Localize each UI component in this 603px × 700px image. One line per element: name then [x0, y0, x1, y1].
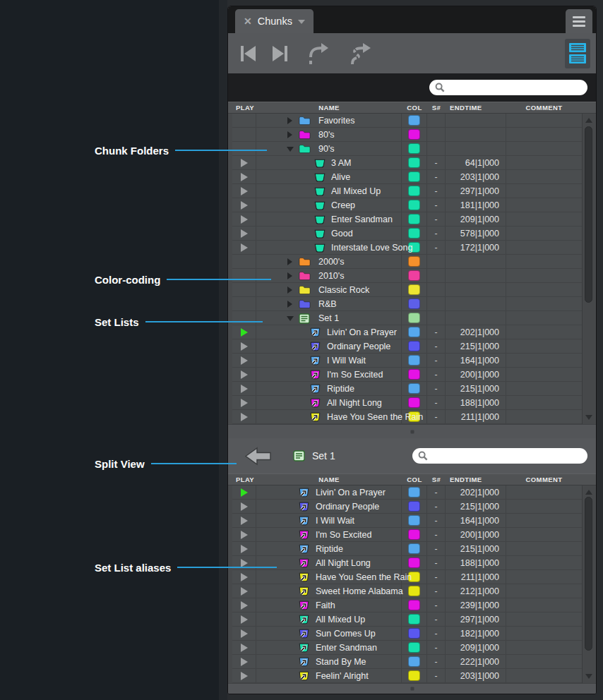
table-row[interactable]: Sun Comes Up-182|1|000	[232, 627, 582, 641]
color-cell[interactable]	[402, 368, 427, 381]
play-cell[interactable]	[232, 156, 256, 169]
table-row[interactable]: I'm So Excited-200|1|000	[232, 528, 582, 542]
color-swatch[interactable]	[408, 515, 420, 526]
color-swatch[interactable]	[408, 557, 420, 568]
divider-handle-icon[interactable]	[410, 687, 414, 691]
comment-cell[interactable]	[506, 297, 582, 310]
color-cell[interactable]	[402, 297, 427, 310]
table-row[interactable]: All Mixed Up-297|1|000	[232, 612, 582, 627]
comment-cell[interactable]	[506, 128, 582, 141]
color-swatch[interactable]	[408, 341, 420, 351]
table-row[interactable]: Interstate Love Song-172|1|000	[232, 241, 582, 255]
chunks-tab[interactable]: ✕ Chunks	[235, 9, 314, 33]
color-cell[interactable]	[402, 485, 427, 499]
table-row[interactable]: Good-578|1|000	[232, 227, 582, 241]
comment-cell[interactable]	[506, 368, 582, 381]
color-cell[interactable]	[402, 382, 427, 395]
color-swatch[interactable]	[408, 186, 420, 196]
play-icon[interactable]	[241, 545, 248, 553]
chevron-down-icon[interactable]	[298, 20, 305, 24]
color-cell[interactable]	[402, 311, 427, 325]
comment-cell[interactable]	[506, 255, 582, 268]
color-swatch[interactable]	[408, 143, 420, 154]
name-cell[interactable]: Ordinary People	[256, 339, 402, 353]
comment-cell[interactable]	[506, 584, 582, 598]
color-swatch[interactable]	[408, 656, 420, 667]
table-row[interactable]: Livin’ On a Prayer-202|1|000	[232, 485, 582, 500]
disclosure-closed-icon[interactable]	[287, 117, 292, 124]
color-swatch[interactable]	[408, 369, 420, 380]
name-cell[interactable]: Riptide	[256, 382, 402, 395]
name-cell[interactable]: Alive	[256, 170, 402, 183]
column-header-endtime[interactable]: ENDTIME	[446, 474, 506, 485]
color-cell[interactable]	[402, 184, 427, 198]
name-cell[interactable]: Set 1	[256, 311, 402, 325]
back-arrow-icon[interactable]	[245, 447, 272, 466]
play-icon[interactable]	[241, 672, 248, 680]
play-icon[interactable]	[241, 399, 248, 407]
name-cell[interactable]: All Mixed Up	[256, 612, 402, 626]
play-icon[interactable]	[241, 356, 248, 365]
name-cell[interactable]: I'm So Excited	[256, 368, 402, 381]
color-cell[interactable]	[402, 269, 427, 282]
scrollbar-thumb[interactable]	[585, 126, 592, 303]
column-header-play[interactable]: PLAY	[232, 102, 256, 113]
disclosure-closed-icon[interactable]	[287, 272, 292, 279]
color-swatch[interactable]	[408, 383, 420, 394]
scroll-down-icon[interactable]	[585, 415, 592, 420]
disclosure-closed-icon[interactable]	[287, 301, 292, 308]
top-search-input[interactable]	[448, 83, 582, 92]
play-cell[interactable]	[232, 212, 256, 226]
table-row[interactable]: Favorites	[232, 114, 582, 128]
comment-cell[interactable]	[506, 114, 582, 127]
color-swatch[interactable]	[408, 642, 420, 653]
table-row[interactable]: Riptide-215|1|000	[232, 542, 582, 556]
color-cell[interactable]	[402, 128, 427, 141]
bottom-table-scrollbar[interactable]	[582, 485, 595, 683]
column-header-play[interactable]: PLAY	[232, 474, 256, 485]
play-icon[interactable]	[241, 201, 248, 210]
play-cell[interactable]	[232, 382, 256, 395]
comment-cell[interactable]	[506, 325, 582, 339]
column-header-name[interactable]: NAME	[256, 474, 402, 485]
top-table-scrollbar[interactable]	[582, 114, 595, 424]
comment-cell[interactable]	[506, 500, 582, 513]
play-cell[interactable]	[232, 485, 256, 499]
play-icon[interactable]	[241, 629, 248, 638]
table-row[interactable]: Ordinary People-215|1|000	[232, 339, 582, 354]
table-row[interactable]: Have You Seen the Rain-211|1|000	[232, 410, 582, 424]
comment-cell[interactable]	[506, 382, 582, 395]
name-cell[interactable]: Livin’ On a Prayer	[256, 325, 402, 339]
play-icon[interactable]	[241, 229, 248, 238]
play-cell[interactable]	[232, 396, 256, 409]
comment-cell[interactable]	[506, 396, 582, 409]
play-cell[interactable]	[232, 500, 256, 513]
color-cell[interactable]	[402, 227, 427, 240]
play-icon[interactable]	[241, 502, 248, 511]
color-cell[interactable]	[402, 198, 427, 212]
comment-cell[interactable]	[506, 627, 582, 640]
color-cell[interactable]	[402, 170, 427, 183]
name-cell[interactable]: 80's	[256, 128, 402, 141]
color-cell[interactable]	[402, 514, 427, 527]
play-icon[interactable]	[241, 159, 248, 167]
play-icon[interactable]	[241, 644, 248, 652]
column-header-seq[interactable]: S#	[427, 102, 446, 113]
split-divider[interactable]	[228, 424, 596, 438]
play-icon[interactable]	[241, 517, 248, 525]
table-row[interactable]: Faith-239|1|000	[232, 598, 582, 612]
table-row[interactable]: I'm So Excited-200|1|000	[232, 368, 582, 382]
color-swatch[interactable]	[408, 529, 420, 540]
name-cell[interactable]: 3 AM	[256, 156, 402, 169]
chain-to-next-chunk-button[interactable]	[304, 42, 330, 66]
play-cell[interactable]	[232, 627, 256, 640]
name-cell[interactable]: Enter Sandman	[256, 641, 402, 654]
table-row[interactable]: Enter Sandman-209|1|000	[232, 212, 582, 227]
play-icon[interactable]	[241, 601, 248, 610]
play-cell[interactable]	[232, 170, 256, 183]
name-cell[interactable]: Enter Sandman	[256, 212, 402, 226]
play-icon[interactable]	[241, 370, 248, 379]
color-swatch[interactable]	[408, 256, 420, 267]
comment-cell[interactable]	[506, 655, 582, 668]
play-cell[interactable]	[232, 584, 256, 598]
